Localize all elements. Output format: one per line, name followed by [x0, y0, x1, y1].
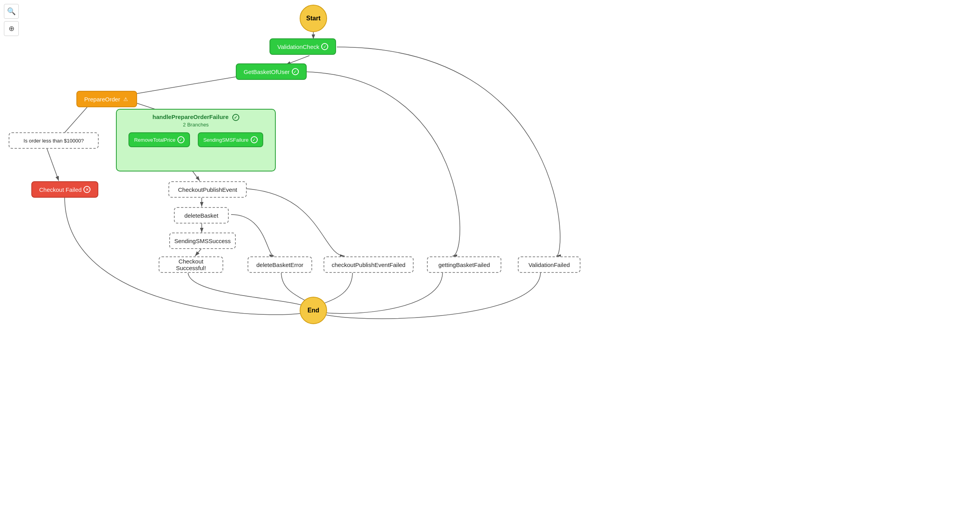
sending-sms-success-label: SendingSMSSuccess: [174, 238, 231, 244]
toolbar: 🔍 ⊕: [4, 4, 19, 36]
check-icon-1: ✓: [321, 43, 328, 50]
get-basket-label: GetBasketOfUser: [244, 69, 290, 75]
sending-sms-success-node[interactable]: SendingSMSSuccess: [169, 233, 236, 249]
parallel-container[interactable]: handlePrepareOrderFailure ✓ 2 Branches R…: [116, 109, 276, 171]
prepare-order-label: PrepareOrder: [84, 96, 120, 103]
checkout-failed-node[interactable]: Checkout Failed ✕: [31, 181, 98, 198]
validation-failed-label: ValidationFailed: [528, 262, 570, 268]
is-order-less-label: Is order less than $10000?: [24, 138, 84, 144]
getting-basket-failed-label: gettingBasketFailed: [438, 262, 490, 268]
is-order-less-node[interactable]: Is order less than $10000?: [9, 132, 99, 149]
checkout-failed-label: Checkout Failed: [39, 186, 81, 193]
check-icon-2: ✓: [292, 68, 299, 75]
parallel-title: handlePrepareOrderFailure ✓: [121, 114, 271, 121]
delete-basket-error-node[interactable]: deleteBasketError: [248, 256, 312, 273]
remove-total-price-node[interactable]: RemoveTotalPrice ✓: [128, 132, 190, 147]
checkout-publish-event-node[interactable]: CheckoutPublishEvent: [168, 181, 247, 198]
delete-basket-label: deleteBasket: [184, 212, 219, 219]
sending-sms-failure-node[interactable]: SendingSMSFailure ✓: [198, 132, 263, 147]
delete-basket-node[interactable]: deleteBasket: [174, 207, 229, 224]
checkout-successful-label: Checkout Successful!: [166, 258, 215, 271]
warn-icon-1: ⚠: [122, 96, 129, 103]
checkout-publish-event-failed-node[interactable]: checkoutPublishEventFailed: [324, 256, 414, 273]
svg-line-7: [192, 170, 200, 181]
start-label: Start: [306, 15, 320, 22]
check-icon-4: ✓: [251, 136, 258, 143]
getting-basket-failed-node[interactable]: gettingBasketFailed: [427, 256, 501, 273]
checkout-successful-node[interactable]: Checkout Successful!: [159, 256, 223, 273]
prepare-order-node[interactable]: PrepareOrder ⚠: [76, 91, 137, 107]
zoom-button[interactable]: 🔍: [4, 4, 19, 19]
diagram-canvas: Start ValidationCheck ✓ GetBasketOfUser …: [0, 0, 980, 505]
check-icon-3: ✓: [177, 136, 184, 143]
x-icon-1: ✕: [83, 186, 90, 193]
remove-total-price-label: RemoveTotalPrice: [134, 137, 175, 143]
checkout-publish-event-label: CheckoutPublishEvent: [178, 186, 237, 193]
parallel-inner: RemoveTotalPrice ✓ SendingSMSFailure ✓: [121, 132, 271, 147]
end-label: End: [307, 307, 319, 314]
svg-line-6: [47, 149, 59, 181]
target-button[interactable]: ⊕: [4, 21, 19, 36]
sending-sms-failure-label: SendingSMSFailure: [203, 137, 249, 143]
get-basket-node[interactable]: GetBasketOfUser ✓: [236, 63, 307, 80]
validation-failed-node[interactable]: ValidationFailed: [518, 256, 580, 273]
end-node[interactable]: End: [300, 297, 327, 324]
parallel-check-icon: ✓: [232, 114, 239, 121]
checkout-publish-event-failed-label: checkoutPublishEventFailed: [332, 262, 405, 268]
parallel-subtitle: 2 Branches: [121, 122, 271, 128]
validation-check-node[interactable]: ValidationCheck ✓: [269, 38, 336, 55]
arrows-layer: [0, 0, 980, 505]
delete-basket-error-label: deleteBasketError: [256, 262, 303, 268]
validation-check-label: ValidationCheck: [277, 43, 319, 50]
svg-line-10: [195, 248, 202, 256]
start-node[interactable]: Start: [300, 5, 327, 32]
